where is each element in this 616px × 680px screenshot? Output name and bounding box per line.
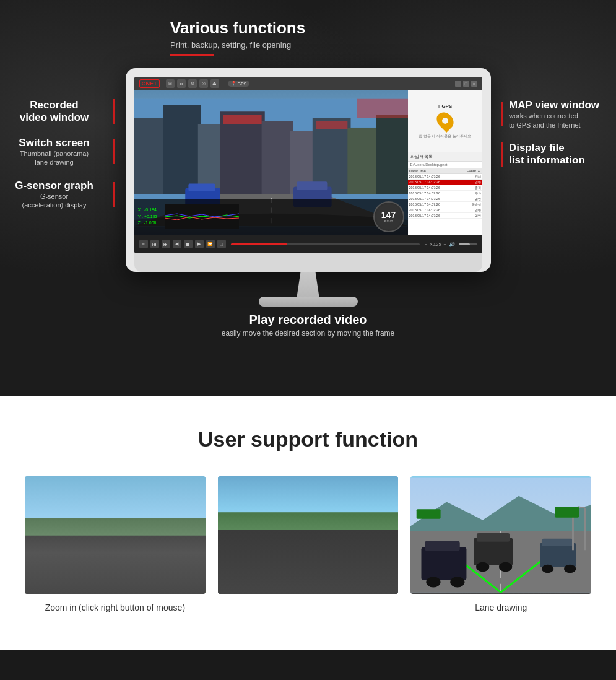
top-section: Various functions Print, backup, setting… <box>0 0 616 396</box>
video-area: X : -0.184 Y : +0.193 Z : -1.008 <box>134 90 408 235</box>
file-list-title: Display filelist information <box>509 142 616 167</box>
map-view-title: MAP view window <box>509 99 616 111</box>
svg-rect-88 <box>417 509 441 519</box>
recorded-video-title: Recordedvideo window <box>0 99 108 124</box>
monitor-caption: Play recorded video easily move the desi… <box>126 313 491 338</box>
svg-rect-57 <box>272 533 344 569</box>
svg-line-28 <box>61 532 85 592</box>
toolbar-icon-2[interactable]: ☷ <box>177 79 186 88</box>
gps-panel-title: il GPS <box>438 103 453 109</box>
monitor-body: GNET ⊞ ☷ ⚙ ◎ ⏏ 📍 GPS − <box>126 68 491 272</box>
svg-line-53 <box>236 529 263 592</box>
svg-rect-37 <box>138 544 171 556</box>
svg-rect-59 <box>269 543 278 549</box>
svg-point-73 <box>427 577 441 588</box>
follow-svg <box>218 476 399 594</box>
file-row[interactable]: 2018/05/17 14:07:26 일반 <box>408 213 482 219</box>
rewind-button[interactable]: ◀ <box>173 240 181 248</box>
file-row[interactable]: 2018/05/17 14:07:26 충격 <box>408 185 482 191</box>
zoom-plus: + <box>443 242 446 246</box>
lane-svg <box>410 476 591 594</box>
user-support-grid: Zoom in (click right button of mouse) <box>25 476 591 612</box>
stop-button[interactable]: ⏹ <box>184 240 193 248</box>
svg-rect-64 <box>305 568 311 570</box>
svg-point-39 <box>167 580 183 591</box>
file-table-header: Date/Time Event ▲ <box>408 168 482 174</box>
toolbar-icon-1[interactable]: ⊞ <box>166 79 175 88</box>
file-row[interactable]: 2018/05/17 14:07:26 주차 <box>408 191 482 196</box>
svg-rect-19 <box>357 99 407 118</box>
svg-rect-49 <box>218 521 399 533</box>
volume-icon[interactable]: 🔊 <box>449 242 455 247</box>
zoom-label: − <box>425 242 427 246</box>
svg-line-54 <box>353 529 379 592</box>
svg-rect-60 <box>338 543 347 549</box>
svg-point-34 <box>51 580 65 590</box>
file-row[interactable]: 2018/05/17 14:07:26 동승석 <box>408 202 482 207</box>
zoom-in-svg <box>25 476 206 594</box>
switch-screen-sub: Thumbnail (panorama)lane drawing <box>0 149 108 167</box>
bottom-section: User support function <box>0 396 616 650</box>
svg-rect-63 <box>305 568 311 579</box>
speedometer: 147 Km/h <box>373 201 404 232</box>
minimize-button[interactable]: − <box>455 81 461 87</box>
file-row[interactable]: 2018/05/17 14:07:26 전체 <box>408 174 482 180</box>
file-row[interactable]: 2018/05/17 14:07:26 일반 <box>408 196 482 202</box>
toolbar-icon-4[interactable]: ◎ <box>199 79 208 88</box>
progress-bar[interactable] <box>231 243 420 245</box>
svg-rect-51 <box>218 529 399 592</box>
file-row[interactable]: 2018/05/17 14:07:26 일반 <box>408 180 482 185</box>
toolbar-icon-3[interactable]: ⚙ <box>188 79 197 88</box>
sensor-x: X : -0.184 <box>138 207 158 214</box>
switch-screen-title: Switch screen <box>0 137 108 149</box>
svg-rect-10 <box>223 115 261 124</box>
svg-rect-25 <box>25 523 206 533</box>
svg-point-35 <box>71 580 85 590</box>
play-button[interactable]: ▶ <box>195 240 204 248</box>
gps-status-badge: 📍 GPS <box>228 81 250 87</box>
svg-point-82 <box>564 565 576 573</box>
prev-start-button[interactable]: ⏮ <box>150 240 159 248</box>
svg-rect-55 <box>269 531 347 579</box>
svg-point-78 <box>499 562 512 572</box>
window-controls: − □ × <box>455 81 477 87</box>
toolbar-icon-5[interactable]: ⏏ <box>210 79 219 88</box>
svg-rect-1 <box>134 118 166 194</box>
app-titlebar: GNET ⊞ ☷ ⚙ ◎ ⏏ 📍 GPS − <box>134 77 482 90</box>
maximize-button[interactable]: □ <box>463 81 469 87</box>
speed-value: 147 <box>381 211 396 219</box>
svg-line-29 <box>145 532 169 592</box>
svg-rect-26 <box>25 532 206 592</box>
player-controls: ≡ ⏮ ⏭ ◀ ⏹ ▶ ⏩ □ − X0.25 + � <box>134 235 482 253</box>
follow-image <box>218 476 399 594</box>
lane-image <box>410 476 591 594</box>
svg-rect-33 <box>48 549 84 560</box>
svg-rect-2 <box>163 105 201 194</box>
file-row[interactable]: 2018/05/17 14:07:26 일반 <box>408 207 482 213</box>
file-list-panel: 파일 재목록 E:/Users/Desktop/gnet Date/Time E… <box>408 152 482 235</box>
close-button[interactable]: × <box>471 81 477 87</box>
svg-point-62 <box>322 574 340 588</box>
svg-point-77 <box>476 562 489 572</box>
various-functions-label: Various functions Print, backup, setting… <box>170 19 305 56</box>
app-logo: GNET <box>139 79 160 88</box>
monitor-screen: GNET ⊞ ☷ ⚙ ◎ ⏏ 📍 GPS − <box>134 77 482 253</box>
svg-rect-23 <box>25 478 206 533</box>
toolbar-icons: ⊞ ☷ ⚙ ◎ ⏏ <box>166 79 219 88</box>
volume-slider[interactable] <box>459 243 477 245</box>
svg-rect-41 <box>94 513 124 525</box>
prev-frame-button[interactable]: ⏭ <box>162 240 170 248</box>
svg-rect-36 <box>133 553 188 583</box>
svg-rect-56 <box>272 529 344 534</box>
svg-point-38 <box>137 580 153 591</box>
snapshot-button[interactable]: □ <box>217 240 226 248</box>
g-sensor-sub: G-sensor(acceleration) display <box>0 192 108 210</box>
gps-instruction-text: 앱 연동 시 아이콘을 눌러주세요 <box>419 134 471 139</box>
fast-forward-button[interactable]: ⏩ <box>206 240 215 248</box>
menu-button[interactable]: ≡ <box>139 240 148 248</box>
svg-rect-40 <box>58 515 85 526</box>
svg-rect-79 <box>540 543 576 567</box>
header-datetime: Date/Time <box>409 169 457 173</box>
volume-fill <box>459 243 470 245</box>
switch-screen-label: Switch screen Thumbnail (panorama)lane d… <box>0 137 115 167</box>
